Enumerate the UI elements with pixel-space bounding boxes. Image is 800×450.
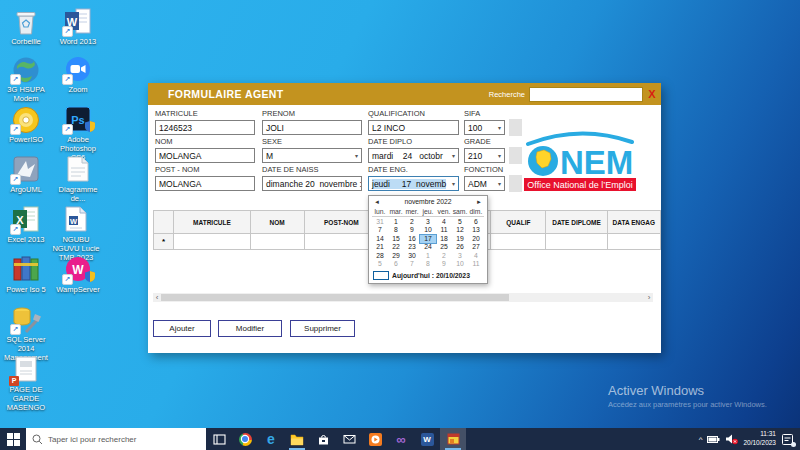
taskbar-visual-studio[interactable]: ∞ — [388, 428, 414, 450]
table-cell[interactable] — [546, 234, 607, 250]
column-header-qualif[interactable]: QUALIF — [491, 211, 546, 234]
calendar-day-adjacent-2[interactable]: 2 — [436, 252, 452, 260]
calendar-day-adjacent-10[interactable]: 10 — [452, 260, 468, 268]
grade-combobox[interactable]: 210▾ — [464, 148, 505, 163]
table-hscrollbar[interactable]: ‹ › — [153, 293, 653, 302]
tray-expand-icon[interactable]: ^ — [699, 435, 703, 444]
window-titlebar[interactable]: FORMULAIRE AGENT Recherche X — [148, 83, 661, 105]
desktop-icon-ngubu-doc[interactable]: W NGUBU NGUVU Lucie TMB 2023 — [51, 206, 101, 262]
calendar-day-17[interactable]: 17 — [420, 235, 436, 243]
calendar-day-9[interactable]: 9 — [404, 226, 420, 234]
calendar-day-24[interactable]: 24 — [420, 243, 436, 251]
desktop-icon-diagramme[interactable]: Diagramme de... — [53, 156, 103, 203]
calendar-day-7[interactable]: 7 — [372, 226, 388, 234]
taskbar-formulaire-app[interactable] — [440, 428, 466, 450]
new-row-marker[interactable]: * — [154, 234, 174, 250]
calendar-day-adjacent-7[interactable]: 7 — [404, 260, 420, 268]
prenom-input[interactable]: JOLI — [262, 120, 362, 135]
scroll-right-icon[interactable]: › — [645, 293, 653, 302]
calendar-day-15[interactable]: 15 — [388, 235, 404, 243]
modifier-button[interactable]: Modifier — [218, 320, 282, 337]
taskbar-mail[interactable] — [336, 428, 362, 450]
calendar-day-14[interactable]: 14 — [372, 235, 388, 243]
calendar-day-8[interactable]: 8 — [388, 226, 404, 234]
calendar-day-adjacent-1[interactable]: 1 — [420, 252, 436, 260]
calendar-today-label[interactable]: Aujourd'hui : 20/10/2023 — [392, 272, 470, 279]
sexe-combobox[interactable]: M▾ — [262, 148, 362, 163]
calendar-day-23[interactable]: 23 — [404, 243, 420, 251]
calendar-day-adjacent-9[interactable]: 9 — [436, 260, 452, 268]
calendar-day-21[interactable]: 21 — [372, 243, 388, 251]
calendar-day-adjacent-4[interactable]: 4 — [468, 252, 484, 260]
fonction-combobox[interactable]: ADM▾ — [464, 176, 505, 191]
desktop-icon-corbeille[interactable]: Corbeille — [1, 8, 51, 46]
calendar-next-icon[interactable]: ► — [476, 199, 482, 205]
table-cell[interactable] — [174, 234, 251, 250]
taskbar-store[interactable] — [310, 428, 336, 450]
calendar-day-1[interactable]: 1 — [388, 218, 404, 226]
column-header-selector[interactable] — [154, 211, 174, 234]
calendar-day-2[interactable]: 2 — [404, 218, 420, 226]
taskbar-media-player[interactable] — [362, 428, 388, 450]
start-button[interactable] — [0, 428, 26, 450]
desktop-icon-word-2013[interactable]: W ↗ Word 2013 — [53, 8, 103, 46]
calendar-day-adjacent-5[interactable]: 5 — [372, 260, 388, 268]
ajouter-button[interactable]: Ajouter — [153, 320, 211, 337]
taskbar-chrome[interactable] — [232, 428, 258, 450]
supprimer-button[interactable]: Supprimer — [290, 320, 355, 337]
action-center-button[interactable] — [781, 433, 794, 446]
table-cell[interactable] — [607, 234, 660, 250]
taskbar-clock[interactable]: 11:31 20/10/2023 — [743, 430, 776, 448]
calendar-day-19[interactable]: 19 — [452, 235, 468, 243]
column-header-data-engag[interactable]: DATA ENGAG — [607, 211, 660, 234]
calendar-day-5[interactable]: 5 — [452, 218, 468, 226]
calendar-day-4[interactable]: 4 — [436, 218, 452, 226]
calendar-day-6[interactable]: 6 — [468, 218, 484, 226]
desktop-icon-poweriso[interactable]: ↗ PowerISO — [1, 106, 51, 144]
scroll-left-icon[interactable]: ‹ — [153, 293, 161, 302]
calendar-day-adjacent-31[interactable]: 31 — [372, 218, 388, 226]
task-view-button[interactable] — [206, 428, 232, 450]
calendar-day-12[interactable]: 12 — [452, 226, 468, 234]
nom-input[interactable]: MOLANGA — [155, 148, 255, 163]
calendar-day-27[interactable]: 27 — [468, 243, 484, 251]
scrollbar-thumb[interactable] — [161, 294, 509, 301]
desktop-icon-photoshop[interactable]: Ps ↗ Adobe Photoshop CS6 — [53, 106, 103, 162]
calendar-day-29[interactable]: 29 — [388, 252, 404, 260]
desktop-icon-excel-2013[interactable]: X ↗ Excel 2013 — [1, 206, 51, 244]
calendar-day-3[interactable]: 3 — [420, 218, 436, 226]
calendar-day-adjacent-6[interactable]: 6 — [388, 260, 404, 268]
calendar-day-adjacent-11[interactable]: 11 — [468, 260, 484, 268]
calendar-day-30[interactable]: 30 — [404, 252, 420, 260]
calendar-day-11[interactable]: 11 — [436, 226, 452, 234]
date-diplo-datepicker[interactable]: mardi 24 octobr▾ — [368, 148, 459, 163]
qualification-input[interactable]: L2 INCO — [368, 120, 459, 135]
column-header-matricule[interactable]: MATRICULE — [174, 211, 251, 234]
close-button[interactable]: X — [643, 88, 661, 100]
table-cell[interactable] — [250, 234, 304, 250]
desktop-icon-page-de-garde[interactable]: P PAGE DE GARDE MASENGO — [1, 356, 51, 412]
date-eng-datepicker[interactable]: jeudi 17 novemb▾ — [368, 176, 459, 191]
battery-icon[interactable] — [707, 434, 720, 445]
calendar-day-13[interactable]: 13 — [468, 226, 484, 234]
calendar-day-26[interactable]: 26 — [452, 243, 468, 251]
calendar-day-20[interactable]: 20 — [468, 235, 484, 243]
post-nom-input[interactable]: MOLANGA — [155, 176, 255, 191]
calendar-month-label[interactable]: novembre 2022 — [404, 198, 451, 205]
desktop-icon-wampserver[interactable]: W ↗ WampServer — [53, 256, 103, 294]
scrollbar-track[interactable] — [161, 293, 645, 302]
calendar-day-adjacent-3[interactable]: 3 — [452, 252, 468, 260]
calendar-day-25[interactable]: 25 — [436, 243, 452, 251]
calendar-day-28[interactable]: 28 — [372, 252, 388, 260]
recherche-input[interactable] — [529, 87, 643, 102]
desktop-icon-zoom[interactable]: ↗ Zoom — [53, 56, 103, 94]
column-header-nom[interactable]: NOM — [250, 211, 304, 234]
calendar-day-22[interactable]: 22 — [388, 243, 404, 251]
taskbar-word[interactable]: W — [414, 428, 440, 450]
calendar-day-10[interactable]: 10 — [420, 226, 436, 234]
taskbar-search[interactable]: Taper ici pour rechercher — [26, 428, 206, 450]
taskbar-edge[interactable]: e — [258, 428, 284, 450]
table-cell[interactable] — [491, 234, 546, 250]
calendar-day-16[interactable]: 16 — [404, 235, 420, 243]
matricule-input[interactable]: 1246523 — [155, 120, 255, 135]
